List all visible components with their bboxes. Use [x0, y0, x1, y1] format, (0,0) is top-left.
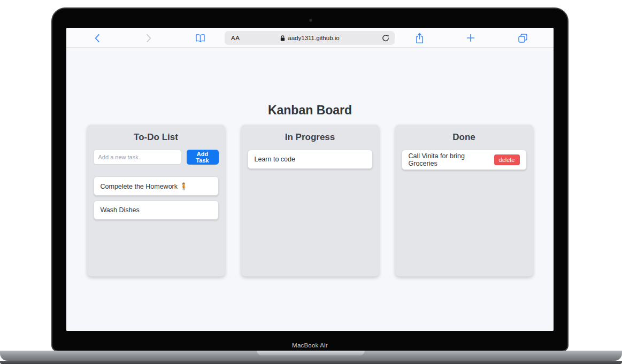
add-task-row: Add Task — [94, 150, 219, 165]
share-button[interactable] — [414, 33, 425, 43]
page-content: Kanban Board To-Do List Add Task Compele… — [66, 48, 554, 331]
task-card[interactable]: Wash Dishes — [94, 200, 219, 220]
forward-button[interactable] — [143, 33, 154, 43]
task-card[interactable]: Compelete the Homework 🧍 — [94, 176, 219, 196]
device-label: MacBook Air — [52, 342, 567, 348]
laptop-base-notch — [257, 351, 365, 355]
task-card[interactable]: Call Vinita for bring Groceries delete — [402, 150, 527, 170]
chevron-right-icon — [146, 34, 152, 43]
column-done-title: Done — [402, 132, 527, 143]
plus-icon — [466, 34, 475, 42]
todo-card-list: Compelete the Homework 🧍 Wash Dishes — [94, 176, 219, 220]
book-icon — [195, 34, 205, 43]
url-text: aady1311.github.io — [288, 35, 339, 41]
reload-icon — [381, 34, 390, 42]
lock-icon — [280, 35, 286, 42]
column-in-progress-title: In Progress — [248, 132, 373, 143]
reader-options-button[interactable]: AA — [231, 35, 240, 41]
add-task-button[interactable]: Add Task — [187, 150, 219, 165]
reload-button[interactable] — [381, 34, 390, 44]
column-in-progress: In Progress Learn to code — [241, 125, 379, 276]
share-icon — [415, 33, 424, 44]
url-text-group: aady1311.github.io — [280, 35, 339, 42]
task-text: Wash Dishes — [101, 206, 140, 214]
done-card-list: Call Vinita for bring Groceries delete — [402, 150, 527, 170]
column-done: Done Call Vinita for bring Groceries del… — [395, 125, 533, 276]
column-todo: To-Do List Add Task Compelete the Homewo… — [87, 125, 225, 276]
kanban-columns: To-Do List Add Task Compelete the Homewo… — [66, 125, 554, 276]
bookmarks-button[interactable] — [195, 33, 205, 43]
task-text: Call Vinita for bring Groceries — [409, 152, 494, 167]
page-title: Kanban Board — [66, 48, 554, 118]
task-card[interactable]: Learn to code — [248, 150, 373, 169]
address-bar[interactable]: AA aady1311.github.io — [225, 31, 395, 45]
task-text: Compelete the Homework 🧍 — [101, 182, 188, 190]
safari-toolbar: AA aady1311.github.io — [66, 28, 554, 48]
new-tab-button[interactable] — [465, 33, 476, 43]
tabs-icon — [518, 33, 528, 43]
back-button[interactable] — [91, 33, 102, 43]
column-todo-title: To-Do List — [94, 132, 219, 143]
delete-task-button[interactable]: delete — [494, 154, 520, 165]
webcam-dot — [309, 19, 312, 22]
in-progress-card-list: Learn to code — [248, 150, 373, 169]
tab-overview-button[interactable] — [517, 33, 528, 43]
browser-window: AA aady1311.github.io — [66, 28, 554, 331]
new-task-input[interactable] — [94, 150, 181, 165]
laptop-base-edge — [0, 361, 622, 364]
task-text: Learn to code — [255, 156, 295, 163]
laptop-bezel: AA aady1311.github.io — [51, 7, 569, 352]
chevron-left-icon — [94, 34, 100, 43]
